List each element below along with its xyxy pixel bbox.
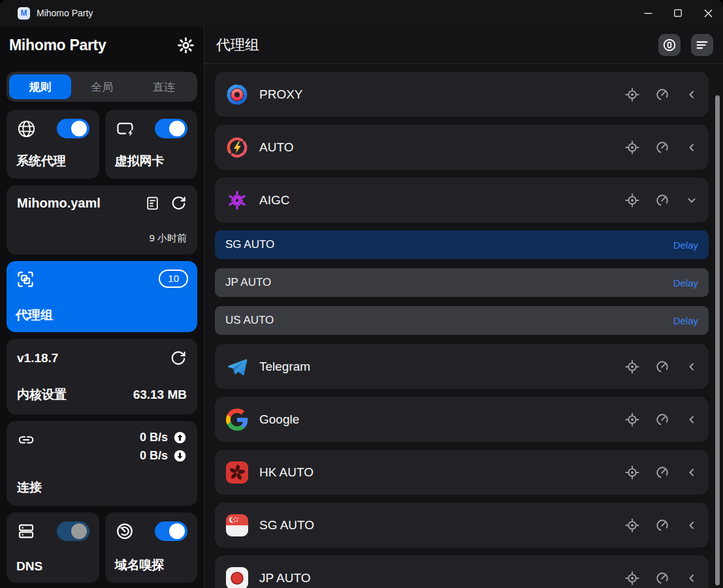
proxy-group-count-badge: 10 (159, 270, 188, 288)
delay-label[interactable]: Delay (673, 240, 698, 251)
group-row-aigc[interactable]: AIGC (215, 178, 709, 223)
window-title: Mihomo Party (37, 8, 93, 18)
profile-name: Mihomo.yaml (17, 196, 101, 211)
delay-label[interactable]: Delay (673, 315, 698, 326)
tab-direct[interactable]: 直连 (133, 74, 195, 99)
aigc-proxy-list: SG AUTO Delay JP AUTO Delay US AUTO Dela… (215, 230, 709, 335)
group-name: JP AUTO (259, 571, 311, 585)
kernel-memory: 63.13 MB (133, 388, 187, 402)
upload-arrow-icon (173, 431, 187, 444)
sniffer-card[interactable]: 域名嗅探 (105, 512, 198, 583)
locate-icon[interactable] (625, 360, 639, 374)
titlebar: M Mihomo Party (0, 0, 723, 26)
group-name: AUTO (259, 140, 293, 155)
sniffer-toggle[interactable] (155, 521, 187, 541)
outbound-mode-tabs: 规则 全局 直连 (7, 72, 197, 102)
group-row-sg-auto[interactable]: SG AUTO (215, 503, 709, 548)
connection-card[interactable]: 0 B/s 0 B/s 连接 (7, 421, 197, 506)
speedtest-icon[interactable] (655, 87, 669, 102)
tab-global[interactable]: 全局 (71, 74, 133, 99)
profile-document-icon[interactable] (144, 195, 161, 211)
locate-icon[interactable] (625, 193, 639, 208)
collapse-icon[interactable] (685, 360, 698, 373)
settings-gear-icon[interactable] (177, 37, 195, 54)
proxy-item-sg-auto[interactable]: SG AUTO Delay (215, 230, 709, 259)
connection-label: 连接 (17, 479, 187, 496)
system-proxy-card[interactable]: 系统代理 (7, 110, 99, 179)
collapse-icon[interactable] (685, 572, 698, 585)
proxy-groups-label: 代理组 (16, 307, 188, 324)
close-button[interactable] (693, 0, 723, 26)
locate-icon[interactable] (625, 518, 639, 533)
zero-circle-icon (662, 38, 677, 52)
speedtest-icon[interactable] (655, 360, 669, 374)
group-name: Telegram (259, 360, 310, 374)
speedtest-icon[interactable] (655, 518, 669, 533)
speedtest-icon[interactable] (655, 571, 669, 585)
group-name: Google (259, 412, 299, 427)
group-row-google[interactable]: Google (215, 397, 709, 442)
delay-test-all-button[interactable] (658, 34, 681, 56)
page-title: 代理组 (216, 35, 259, 55)
speedtest-icon[interactable] (655, 140, 669, 155)
collapse-icon[interactable] (685, 466, 698, 479)
globe-icon (16, 119, 37, 139)
proxy-item-name: US AUTO (225, 314, 274, 327)
main-header: 代理组 (204, 26, 723, 64)
collapse-icon[interactable] (685, 519, 698, 532)
main-panel: 代理组 (204, 26, 723, 588)
locate-icon[interactable] (625, 412, 639, 427)
group-row-telegram[interactable]: Telegram (215, 344, 709, 389)
dns-card[interactable]: DNS (7, 512, 99, 583)
dns-label: DNS (16, 559, 89, 574)
locate-icon[interactable] (625, 87, 639, 102)
profile-card[interactable]: Mihomo.yaml (7, 185, 197, 255)
speedtest-icon[interactable] (655, 193, 669, 208)
group-row-proxy[interactable]: PROXY (215, 72, 709, 117)
group-row-hk-auto[interactable]: HK AUTO (215, 450, 709, 495)
locate-icon[interactable] (625, 140, 639, 155)
dns-toggle[interactable] (57, 521, 89, 541)
download-arrow-icon (173, 449, 187, 463)
minimize-button[interactable] (633, 0, 663, 26)
proxy-groups-card[interactable]: 10 代理组 (7, 261, 197, 332)
kernel-settings-label: 内核设置 (17, 386, 67, 403)
locate-icon[interactable] (625, 465, 639, 480)
locate-icon[interactable] (625, 571, 639, 585)
proxy-item-us-auto[interactable]: US AUTO Delay (215, 306, 709, 335)
kernel-refresh-icon[interactable] (170, 350, 187, 367)
collapse-icon[interactable] (685, 141, 698, 154)
system-proxy-toggle[interactable] (57, 119, 89, 138)
group-row-jp-auto[interactable]: JP AUTO (215, 555, 709, 588)
speedtest-icon[interactable] (655, 412, 669, 427)
expand-icon[interactable] (685, 194, 698, 207)
delay-label[interactable]: Delay (673, 277, 698, 288)
dns-server-icon (16, 521, 36, 541)
scrollbar-thumb[interactable] (715, 95, 720, 585)
tun-toggle[interactable] (155, 119, 187, 138)
proxy-item-name: SG AUTO (225, 238, 274, 251)
proxy-group-scan-icon (16, 270, 35, 289)
system-proxy-label: 系统代理 (16, 153, 89, 170)
kernel-card[interactable]: v1.18.7 内核设置 63.13 MB (7, 339, 197, 414)
link-icon (17, 431, 35, 449)
group-row-auto[interactable]: AUTO (215, 125, 709, 170)
maximize-button[interactable] (663, 0, 693, 26)
flag-sg-icon (225, 514, 249, 537)
proxy-item-jp-auto[interactable]: JP AUTO Delay (215, 268, 709, 297)
group-name: AIGC (259, 193, 289, 208)
tun-card[interactable]: 虚拟网卡 (105, 110, 198, 179)
collapse-icon[interactable] (685, 413, 698, 426)
tun-label: 虚拟网卡 (115, 153, 188, 170)
speedtest-icon[interactable] (655, 465, 669, 480)
collapse-icon[interactable] (685, 88, 698, 101)
tab-rule[interactable]: 规则 (9, 74, 71, 99)
flag-hk-icon (225, 461, 249, 484)
app-logo-icon: M (18, 7, 30, 20)
app-window: M Mihomo Party Mihomo Party (0, 0, 723, 588)
profile-refresh-icon[interactable] (170, 195, 187, 211)
sort-button[interactable] (691, 34, 713, 56)
sidebar-app-title: Mihomo Party (9, 37, 106, 54)
sniffer-radar-icon (115, 521, 135, 541)
proxy-ring-icon (225, 83, 249, 106)
